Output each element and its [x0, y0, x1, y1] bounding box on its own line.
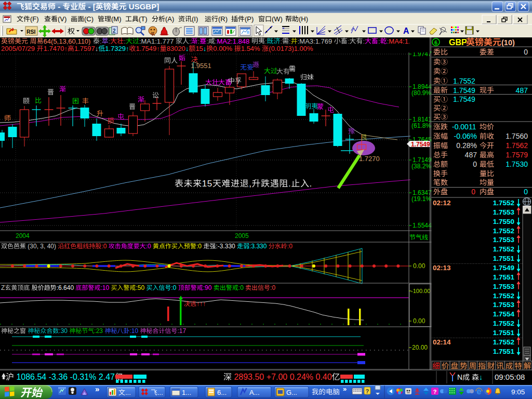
- svg-text::: :: [265, 37, 267, 45]
- svg-text:(M): (M): [111, 15, 122, 23]
- svg-text:(H): (H): [299, 15, 308, 23]
- svg-text:(P): (P): [245, 15, 254, 23]
- svg-text:MA2:1.848: MA2:1.848: [217, 37, 251, 45]
- svg-text:2005/07/29: 2005/07/29: [1, 45, 37, 52]
- svg-text::MA3:1.769: :MA3:1.769: [298, 37, 334, 45]
- svg-text:02:14: 02:14: [433, 338, 451, 346]
- svg-text:2005: 2005: [235, 232, 249, 240]
- svg-text:1.7551: 1.7551: [493, 273, 515, 281]
- svg-text:(0.0173)1.00%: (0.0173)1.00%: [269, 45, 313, 52]
- svg-text:1.7552: 1.7552: [453, 77, 475, 85]
- svg-text:1.7552: 1.7552: [493, 320, 514, 327]
- svg-text:15: 15: [202, 179, 212, 189]
- svg-text:GBP: GBP: [449, 38, 467, 47]
- svg-text:↑: ↑: [156, 45, 160, 52]
- svg-text:RSI: RSI: [26, 29, 36, 35]
- svg-text:(30, 3, 40): (30, 3, 40): [26, 243, 58, 250]
- svg-text:,: ,: [249, 179, 251, 189]
- svg-text:2893.50: 2893.50: [234, 373, 266, 381]
- svg-text::0: :0: [196, 243, 203, 250]
- svg-text:?: ?: [433, 389, 437, 395]
- svg-text::: :: [363, 37, 365, 45]
- svg-text:487: 487: [465, 151, 477, 159]
- svg-text::6.640: :6.640: [57, 284, 76, 291]
- svg-text:15: 15: [195, 45, 203, 52]
- svg-text:↓: ↓: [185, 45, 189, 52]
- svg-text:1.7597: 1.7597: [74, 45, 95, 52]
- svg-text:-0.31%: -0.31%: [70, 373, 99, 381]
- svg-text::-3.330: :-3.330: [216, 243, 237, 250]
- svg-text:1.7549: 1.7549: [136, 45, 157, 52]
- svg-text::17: :17: [177, 327, 186, 335]
- svg-text:487: 487: [516, 86, 528, 95]
- svg-text::50: :50: [136, 284, 146, 291]
- svg-text::0: :0: [146, 243, 153, 250]
- svg-text:1.7553: 1.7553: [493, 208, 515, 216]
- svg-text:(V): (V): [58, 15, 66, 23]
- svg-text:2.47: 2.47: [99, 373, 115, 381]
- svg-text:A...: A...: [249, 389, 260, 396]
- svg-text:6...: 6...: [217, 389, 227, 396]
- svg-text::: :: [206, 37, 208, 45]
- svg-text:1.7549: 1.7549: [453, 95, 475, 103]
- svg-text:.: .: [288, 179, 291, 189]
- svg-text:-100.00: -100.00: [411, 288, 430, 294]
- svg-text:6: 6: [434, 39, 437, 46]
- svg-text:1...: 1...: [182, 389, 191, 396]
- svg-text::: :: [281, 37, 283, 45]
- svg-text:09:05:08: 09:05:08: [495, 373, 525, 381]
- svg-text::: :: [378, 37, 380, 45]
- svg-text:1.7553: 1.7553: [493, 283, 515, 290]
- svg-text:1.7530: 1.7530: [506, 160, 528, 168]
- svg-text:↓: ↓: [479, 373, 483, 381]
- svg-text:1.7552: 1.7552: [493, 227, 514, 235]
- svg-text:1.7551: 1.7551: [493, 329, 515, 337]
- svg-text::90: :90: [203, 284, 214, 291]
- svg-text:(10): (10): [501, 38, 515, 47]
- svg-text::10: :10: [100, 284, 111, 291]
- svg-text:»: »: [343, 385, 347, 393]
- svg-text:9:05: 9:05: [511, 388, 525, 396]
- svg-text::: :: [289, 37, 291, 45]
- svg-text:1.7553: 1.7553: [493, 236, 515, 244]
- svg-text::30: :30: [59, 327, 69, 335]
- svg-text:1.7562: 1.7562: [506, 141, 528, 150]
- svg-text:+7.00: +7.00: [267, 373, 290, 381]
- svg-text:0: 0: [471, 188, 475, 196]
- svg-text:1.7270: 1.7270: [359, 155, 380, 163]
- svg-text:»: »: [95, 384, 99, 393]
- svg-text:64(5,13,60,110): 64(5,13,60,110): [44, 37, 92, 45]
- svg-text:1.9551: 1.9551: [191, 62, 211, 70]
- svg-text:1.7554: 1.7554: [493, 310, 515, 318]
- svg-text:1.5544: 1.5544: [413, 222, 432, 229]
- svg-text:1.7549: 1.7549: [493, 264, 514, 272]
- svg-text:1.7552: 1.7552: [493, 245, 514, 253]
- svg-text::: :: [109, 37, 111, 45]
- svg-text:1.54%: 1.54%: [241, 45, 262, 52]
- svg-text:1.7549: 1.7549: [411, 141, 430, 148]
- svg-text:0.28%: 0.28%: [456, 141, 477, 150]
- svg-text::10: :10: [129, 327, 140, 335]
- svg-text:G...: G...: [286, 389, 297, 396]
- svg-text::: :: [100, 37, 102, 45]
- svg-text::: :: [348, 37, 350, 45]
- svg-text:1.7560: 1.7560: [506, 132, 528, 140]
- svg-text:...: ...: [157, 389, 163, 396]
- svg-text:(A): (A): [165, 15, 174, 23]
- svg-text:0.40: 0.40: [316, 373, 332, 381]
- svg-text::MA1:1.777: :MA1:1.777: [139, 37, 176, 45]
- svg-text:1.7551: 1.7551: [493, 348, 515, 355]
- svg-text:USGBP]: USGBP]: [127, 2, 159, 11]
- svg-text:↑↑↑: ↑↑↑: [196, 300, 206, 308]
- svg-text:1.7329: 1.7329: [105, 45, 126, 52]
- svg-text:1.7552: 1.7552: [493, 199, 514, 207]
- svg-text:-: -: [56, 2, 62, 11]
- svg-text:83020: 83020: [167, 45, 185, 52]
- svg-text:1.7552: 1.7552: [493, 338, 514, 346]
- svg-text:-0.06%: -0.06%: [454, 132, 477, 140]
- svg-text:0.24%: 0.24%: [290, 373, 316, 381]
- svg-text:0.00: 0.00: [413, 317, 425, 325]
- svg-text::: :: [198, 37, 200, 45]
- svg-text:0: 0: [524, 48, 528, 56]
- svg-text:(R): (R): [218, 15, 228, 23]
